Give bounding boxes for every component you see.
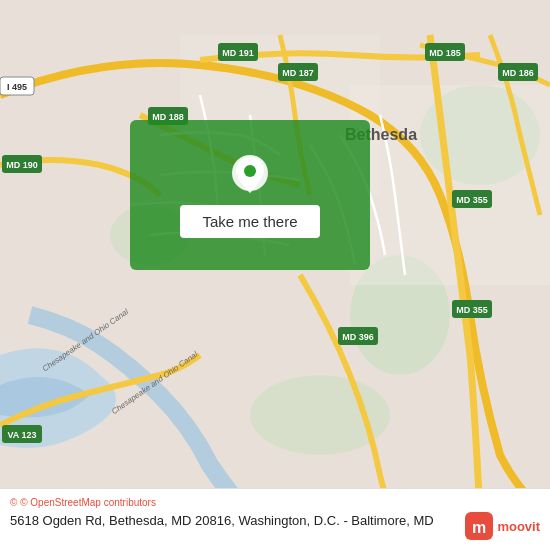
svg-text:MD 191: MD 191 <box>222 48 254 58</box>
svg-text:MD 187: MD 187 <box>282 68 314 78</box>
svg-text:MD 355: MD 355 <box>456 195 488 205</box>
take-me-there-button[interactable]: Take me there <box>180 205 319 238</box>
location-pin-icon <box>230 153 270 197</box>
osm-heart-icon: © <box>10 497 17 508</box>
osm-credit-text: © OpenStreetMap contributors <box>20 497 156 508</box>
svg-text:I 495: I 495 <box>7 82 27 92</box>
map-background: I 495 MD 191 MD 187 MD 185 MD 186 MD 190… <box>0 0 550 550</box>
moovit-logo: m moovit <box>465 512 540 540</box>
svg-point-3 <box>250 375 390 455</box>
svg-text:MD 396: MD 396 <box>342 332 374 342</box>
svg-text:VA 123: VA 123 <box>7 430 36 440</box>
location-highlight: Take me there <box>130 120 370 270</box>
map-container: I 495 MD 191 MD 187 MD 185 MD 186 MD 190… <box>0 0 550 550</box>
address-text: 5618 Ogden Rd, Bethesda, MD 20816, Washi… <box>10 512 455 530</box>
osm-credit: © © OpenStreetMap contributors <box>10 497 540 508</box>
svg-text:MD 185: MD 185 <box>429 48 461 58</box>
svg-text:m: m <box>472 519 486 536</box>
svg-text:MD 355: MD 355 <box>456 305 488 315</box>
moovit-icon: m <box>465 512 493 540</box>
svg-text:MD 190: MD 190 <box>6 160 38 170</box>
moovit-brand-text: moovit <box>497 519 540 534</box>
svg-text:MD 186: MD 186 <box>502 68 534 78</box>
svg-point-33 <box>244 165 256 177</box>
bottom-bar: © © OpenStreetMap contributors 5618 Ogde… <box>0 488 550 550</box>
